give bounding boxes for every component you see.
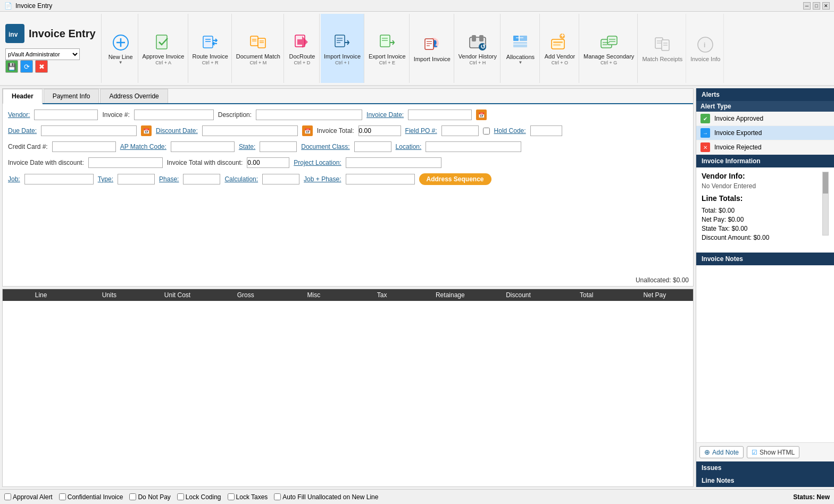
- toolbar-approve-invoice[interactable]: Approve Invoice Ctrl + A: [139, 14, 188, 83]
- app-logo: inv: [5, 24, 24, 43]
- document-class-input[interactable]: [354, 141, 391, 152]
- minimize-button[interactable]: ─: [803, 2, 811, 10]
- address-sequence-button[interactable]: Address Sequence: [419, 173, 491, 185]
- show-html-button[interactable]: ☑ Show HTML: [747, 446, 799, 458]
- toolbar-vendor-history[interactable]: ↺ Vendor History Ctrl + H: [455, 14, 501, 83]
- save-button[interactable]: 💾: [5, 60, 18, 73]
- discount-date-input[interactable]: [202, 125, 298, 136]
- due-date-label[interactable]: Due Date:: [8, 127, 37, 135]
- toolbar-export-invoice[interactable]: Export Invoice Ctrl + E: [365, 14, 410, 83]
- lock-coding-checkbox[interactable]: [177, 493, 184, 500]
- approval-alert-checkbox-item: Approval Alert: [4, 493, 53, 501]
- calculation-label[interactable]: Calculation:: [224, 175, 258, 183]
- svg-rect-6: [203, 36, 213, 48]
- approve-invoice-label: Approve Invoice: [143, 53, 185, 60]
- invoice-date-label[interactable]: Invoice Date:: [366, 111, 404, 119]
- close-window-button[interactable]: ✕: [822, 2, 830, 10]
- vendor-input[interactable]: [34, 110, 98, 120]
- alert-rejected[interactable]: ✕ Invoice Rejected: [696, 140, 834, 155]
- allocations-dropdown: ▼: [519, 60, 523, 65]
- approval-alert-checkbox[interactable]: [4, 493, 11, 500]
- field-po-label[interactable]: Field PO #:: [405, 127, 437, 135]
- type-label[interactable]: Type:: [98, 175, 113, 183]
- toolbar-allocations[interactable]: Allocations ▼: [502, 14, 540, 83]
- toolbar-invoice-info[interactable]: i Invoice Info: [687, 14, 724, 83]
- toolbar-document-match[interactable]: Document Match Ctrl + M: [233, 14, 284, 83]
- title-bar-title: Invoice Entry: [15, 2, 52, 10]
- line-table-body: [3, 301, 693, 460]
- new-line-label: New Line: [109, 54, 133, 60]
- state-input[interactable]: [260, 141, 297, 152]
- vendor-label[interactable]: Vendor:: [8, 111, 30, 119]
- document-match-label: Document Match: [236, 53, 280, 60]
- credit-card-input[interactable]: [52, 141, 116, 152]
- lock-taxes-checkbox[interactable]: [228, 493, 235, 500]
- job-phase-label[interactable]: Job + Phase:: [304, 175, 341, 183]
- confidential-invoice-checkbox[interactable]: [59, 493, 66, 500]
- location-input[interactable]: [426, 141, 521, 152]
- alert-exported[interactable]: → Invoice Exported: [696, 126, 834, 140]
- job-phase-input[interactable]: [346, 174, 415, 184]
- due-date-calendar[interactable]: 📅: [141, 125, 152, 136]
- close-button[interactable]: ✖: [35, 60, 48, 73]
- tab-address-override[interactable]: Address Override: [100, 89, 168, 103]
- phase-label[interactable]: Phase:: [159, 175, 179, 183]
- invoice-total-input[interactable]: [358, 125, 401, 136]
- tab-header[interactable]: Header: [3, 89, 43, 104]
- hold-code-label[interactable]: Hold Code:: [494, 127, 526, 135]
- field-po-input[interactable]: [441, 125, 479, 136]
- toolbar-import-invoice2[interactable]: 👤 Import Invoice: [411, 14, 454, 83]
- due-date-input[interactable]: [41, 125, 137, 136]
- toolbar-add-vendor[interactable]: + Add Vendor Ctrl + O: [541, 14, 579, 83]
- type-input[interactable]: [118, 174, 155, 184]
- location-label[interactable]: Location:: [396, 143, 422, 150]
- approve-invoice-shortcut: Ctrl + A: [155, 60, 171, 65]
- add-note-button[interactable]: ⊕ Add Note: [699, 446, 744, 458]
- phase-input[interactable]: [183, 174, 220, 184]
- toolbar-docroute[interactable]: DocRoute Ctrl + D: [285, 14, 320, 83]
- title-bar: 📄 Invoice Entry ─ □ ✕: [0, 0, 834, 12]
- issues-header: Issues: [696, 461, 834, 474]
- calculation-input[interactable]: [262, 174, 299, 184]
- svg-rect-31: [472, 35, 476, 41]
- invoice-date-discount-input[interactable]: [88, 157, 163, 168]
- do-not-pay-checkbox[interactable]: [129, 493, 136, 500]
- lock-coding-checkbox-item: Lock Coding: [177, 493, 221, 501]
- auto-fill-checkbox[interactable]: [274, 493, 281, 500]
- project-location-input[interactable]: [346, 157, 441, 168]
- project-location-label[interactable]: Project Location:: [294, 159, 341, 166]
- description-input[interactable]: [256, 110, 362, 120]
- ap-match-code-label[interactable]: AP Match Code:: [120, 143, 166, 150]
- document-class-label[interactable]: Document Class:: [301, 143, 349, 150]
- hold-code-input[interactable]: [530, 125, 562, 136]
- job-input[interactable]: [24, 174, 94, 184]
- invoice-total-discount-input[interactable]: [247, 157, 289, 168]
- approval-alert-label: Approval Alert: [13, 493, 53, 501]
- job-label[interactable]: Job:: [8, 175, 20, 183]
- discount-date-calendar[interactable]: 📅: [302, 125, 313, 136]
- total-row-netpay: Net Pay: $0.00: [702, 216, 822, 223]
- reload-button[interactable]: ⟳: [20, 60, 33, 73]
- discount-date-label[interactable]: Discount Date:: [156, 127, 198, 135]
- toolbar-manage-secondary[interactable]: Manage Secondary Ctrl + G: [580, 14, 638, 83]
- rejected-label: Invoice Rejected: [714, 144, 762, 151]
- user-dropdown[interactable]: pVault Administrator: [5, 48, 80, 60]
- line-notes-header: Line Notes: [696, 474, 834, 487]
- invoice-number-input[interactable]: [134, 110, 214, 120]
- toolbar-import-invoice[interactable]: Import Invoice Ctrl + I: [321, 14, 364, 83]
- field-po-checkbox[interactable]: [483, 128, 490, 135]
- vendor-info-value: No Vendor Entered: [702, 182, 822, 190]
- toolbar-new-line[interactable]: New Line ▼: [104, 14, 138, 83]
- invoice-date-calendar[interactable]: 📅: [476, 110, 487, 120]
- invoice-date-input[interactable]: [408, 110, 472, 120]
- toolbar-route-invoice[interactable]: Route Invoice Ctrl + R: [189, 14, 232, 83]
- svg-text:↺: ↺: [480, 43, 486, 51]
- tab-payment-info[interactable]: Payment Info: [44, 89, 99, 103]
- discount-label: Discount Amount:: [702, 234, 752, 241]
- toolbar-match-receipts[interactable]: Match Receipts: [639, 14, 686, 83]
- lock-coding-label: Lock Coding: [186, 493, 221, 501]
- restore-button[interactable]: □: [813, 2, 820, 10]
- ap-match-code-input[interactable]: [171, 141, 235, 152]
- state-label[interactable]: State:: [239, 143, 255, 150]
- alert-approved[interactable]: ✔ Invoice Approved: [696, 112, 834, 126]
